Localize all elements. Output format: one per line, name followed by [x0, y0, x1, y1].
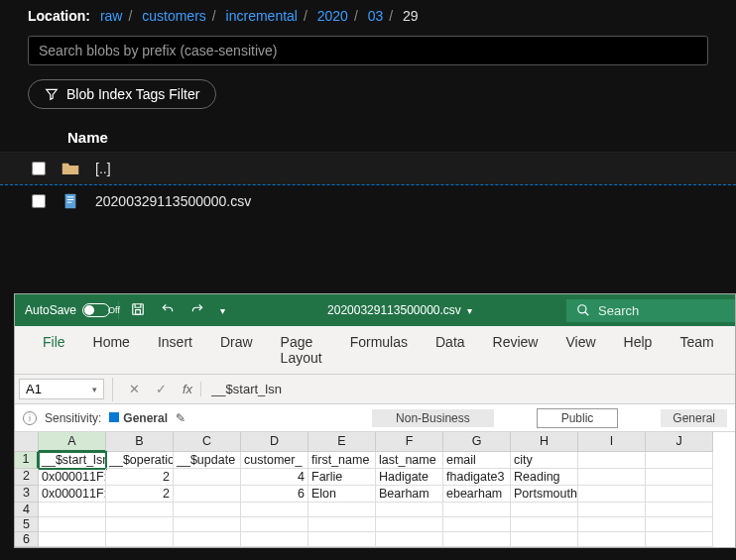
cell[interactable]: [578, 517, 646, 532]
cell[interactable]: last_name: [376, 452, 443, 469]
cell[interactable]: __$start_lsn: [39, 452, 106, 469]
row-header[interactable]: 2: [15, 469, 39, 486]
cell[interactable]: [39, 503, 106, 517]
cancel-formula-icon[interactable]: ✕: [121, 382, 148, 396]
tab-insert[interactable]: Insert: [158, 334, 192, 366]
breadcrumb-link[interactable]: customers: [142, 8, 206, 24]
search-input[interactable]: [28, 36, 708, 65]
tab-file[interactable]: File: [43, 334, 65, 366]
cell[interactable]: [174, 486, 241, 503]
cell[interactable]: [106, 503, 174, 517]
cell[interactable]: [308, 532, 376, 547]
cell[interactable]: [376, 503, 443, 517]
cell[interactable]: 4: [241, 469, 308, 486]
row-file[interactable]: 20200329113500000.csv: [0, 185, 736, 217]
cell[interactable]: [308, 503, 376, 517]
customize-qat-icon[interactable]: ▾: [212, 305, 233, 316]
cell[interactable]: [646, 469, 713, 486]
toggle-off-icon[interactable]: [82, 303, 110, 317]
cell[interactable]: [443, 517, 511, 532]
cell[interactable]: 0x000011F:: [39, 486, 106, 503]
tab-view[interactable]: View: [565, 334, 595, 366]
accept-formula-icon[interactable]: ✓: [148, 382, 175, 396]
chevron-down-icon[interactable]: ▾: [467, 305, 472, 316]
cell[interactable]: ebearham: [443, 486, 511, 503]
cell[interactable]: fhadigate3: [443, 469, 511, 486]
cell[interactable]: [511, 532, 578, 547]
tab-data[interactable]: Data: [435, 334, 465, 366]
tab-draw[interactable]: Draw: [220, 334, 253, 366]
select-all-corner[interactable]: [15, 432, 39, 452]
cell[interactable]: [443, 532, 511, 547]
col-header[interactable]: J: [646, 432, 713, 452]
col-header[interactable]: A: [39, 432, 106, 452]
sens-general-button[interactable]: General: [661, 409, 727, 427]
cell[interactable]: [578, 469, 646, 486]
redo-icon[interactable]: [183, 302, 212, 319]
cell[interactable]: Elon: [308, 486, 376, 503]
cell[interactable]: [443, 503, 511, 517]
save-icon[interactable]: [123, 302, 153, 319]
cell[interactable]: [174, 517, 241, 532]
autosave-control[interactable]: AutoSave Off: [15, 303, 114, 317]
cell[interactable]: __$update: [174, 452, 241, 469]
row-parent-folder[interactable]: [..]: [0, 153, 736, 185]
tab-formulas[interactable]: Formulas: [350, 334, 408, 366]
row-checkbox[interactable]: [32, 194, 46, 208]
excel-search-input[interactable]: [598, 303, 697, 318]
cell[interactable]: [241, 517, 308, 532]
cell[interactable]: Bearham: [376, 486, 443, 503]
cell[interactable]: 2: [106, 469, 174, 486]
col-header[interactable]: I: [578, 432, 646, 452]
cell[interactable]: Hadigate: [376, 469, 443, 486]
cell[interactable]: Reading: [511, 469, 578, 486]
cell[interactable]: first_name: [308, 452, 376, 469]
blob-filter-button[interactable]: Blob Index Tags Filter: [28, 79, 216, 109]
row-header[interactable]: 4: [15, 503, 39, 517]
cell[interactable]: [376, 517, 443, 532]
cell[interactable]: [241, 532, 308, 547]
cell[interactable]: [646, 532, 713, 547]
breadcrumb-link[interactable]: raw: [100, 8, 123, 24]
cell[interactable]: customer_: [241, 452, 308, 469]
pencil-icon[interactable]: ✎: [176, 411, 185, 425]
cell[interactable]: [106, 517, 174, 532]
cell[interactable]: [174, 532, 241, 547]
chevron-down-icon[interactable]: ▾: [92, 385, 97, 394]
cell[interactable]: [646, 503, 713, 517]
cell[interactable]: email: [443, 452, 511, 469]
row-header[interactable]: 6: [15, 532, 39, 547]
row-header[interactable]: 3: [15, 486, 39, 503]
cell[interactable]: [308, 517, 376, 532]
cell[interactable]: Farlie: [308, 469, 376, 486]
cell[interactable]: 6: [241, 486, 308, 503]
formula-input[interactable]: __$start_lsn: [200, 382, 735, 396]
cell[interactable]: [511, 503, 578, 517]
col-header[interactable]: E: [308, 432, 376, 452]
cell[interactable]: 2: [106, 486, 174, 503]
cell[interactable]: 0x000011F:: [39, 469, 106, 486]
cell[interactable]: [376, 532, 443, 547]
sensitivity-info-icon[interactable]: i: [23, 411, 37, 425]
cell[interactable]: [174, 469, 241, 486]
row-checkbox[interactable]: [32, 162, 46, 175]
sens-non-business-button[interactable]: Non-Business: [372, 409, 494, 427]
col-header[interactable]: F: [376, 432, 443, 452]
cell[interactable]: [578, 503, 646, 517]
tab-team[interactable]: Team: [679, 334, 713, 366]
row-header[interactable]: 5: [15, 517, 39, 532]
col-header[interactable]: H: [511, 432, 578, 452]
name-box[interactable]: A1 ▾: [19, 379, 104, 399]
row-header[interactable]: 1: [15, 452, 39, 469]
tab-page-layout[interactable]: Page Layout: [281, 334, 322, 366]
spreadsheet-grid[interactable]: A B C D E F G H I J 1 __$start_lsn __$op…: [15, 432, 735, 547]
cell[interactable]: city: [511, 452, 578, 469]
breadcrumb-link[interactable]: incremental: [226, 8, 298, 24]
cell[interactable]: __$operation: [106, 452, 174, 469]
cell[interactable]: [511, 517, 578, 532]
cell[interactable]: [106, 532, 174, 547]
cell[interactable]: [646, 452, 713, 469]
breadcrumb-link[interactable]: 03: [368, 8, 384, 24]
cell[interactable]: [646, 517, 713, 532]
undo-icon[interactable]: [153, 302, 183, 319]
